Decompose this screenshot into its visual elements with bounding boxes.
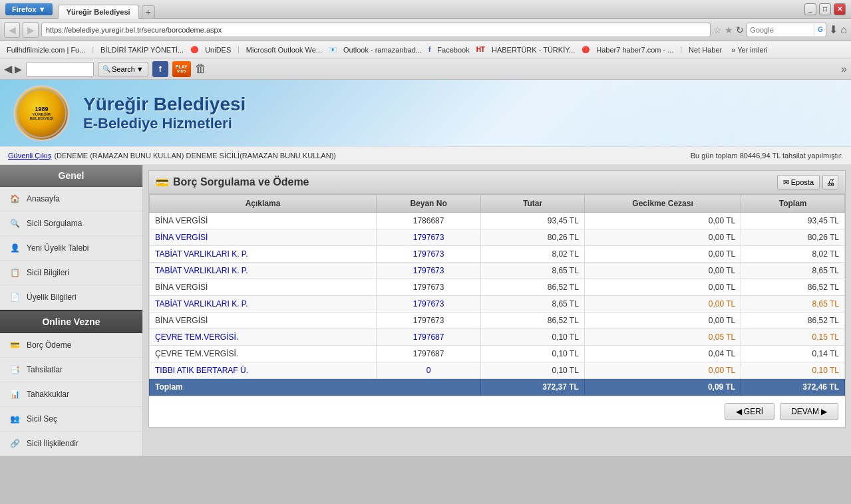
borc-icon: 💳 (156, 176, 169, 189)
home-icon: 🏠 (8, 192, 21, 205)
col-header-aciklama: Açıklama (150, 195, 377, 213)
table-row: TABİAT VARLIKLARI K. P. 1797673 8,65 TL … (150, 296, 845, 313)
bookmark-more[interactable]: » Yer imleri (729, 45, 770, 55)
cell-toplam: 0,10 TL (741, 362, 845, 379)
cell-aciklama[interactable]: TABİAT VARLIKLARI K. P. (150, 263, 377, 279)
bookmark-haber7[interactable]: Haber7 haber7.com - ... (594, 45, 676, 55)
bm-h7-icon: 🔴 (582, 46, 590, 53)
total-label: Toplam (150, 379, 481, 396)
cell-toplam: 0,14 TL (741, 346, 845, 362)
browser-titlebar: Firefox ▼ Yüreğir Belediyesi + _ □ ✕ (0, 0, 851, 19)
playvids-toolbar-icon[interactable]: PLAY VIDS (172, 61, 191, 77)
bookmark-unides[interactable]: UniDES (202, 45, 234, 55)
cell-gecikme: 0,00 TL (584, 213, 741, 229)
panel-print-button[interactable]: 🖨 (822, 175, 838, 189)
bookmark-fullhd[interactable]: Fullhdfilmizle.com | Fu... (4, 45, 88, 55)
cell-aciklama[interactable]: ÇEVRE TEM.VERGİSİ. (150, 329, 377, 346)
cell-beyan[interactable]: 1797673 (377, 246, 481, 263)
back-button[interactable]: ◀ (4, 22, 20, 38)
delete-toolbar-icon[interactable]: 🗑 (195, 62, 207, 76)
cell-aciklama[interactable]: TABİAT VARLIKLARI K. P. (150, 246, 377, 263)
cell-beyan[interactable]: 1797673 (377, 263, 481, 279)
toolbar-back-icon[interactable]: ◀ (4, 63, 12, 75)
toolbar-bar: ◀ ▶ 🔍 Search ▼ f PLAY VIDS 🗑 » (0, 59, 851, 80)
toolbar-expand-icon[interactable]: » (841, 63, 847, 75)
eposta-button[interactable]: ✉ Eposta (777, 175, 820, 189)
cell-tutar: 0,10 TL (481, 346, 585, 362)
cloud-background (585, 80, 851, 146)
toolbar-forward-icon[interactable]: ▶ (15, 64, 22, 74)
sidebar-item-borc-odeme[interactable]: 💳 Borç Ödeme (0, 333, 142, 358)
sidebar-item-sicil-iliskilendir[interactable]: 🔗 Sicil İlişkilendir (0, 432, 142, 456)
minimize-button[interactable]: _ (804, 3, 816, 15)
cell-aciklama: BİNA VERGİSİ (150, 313, 377, 329)
cell-beyan[interactable]: 0 (377, 362, 481, 379)
bookmarks-bar: Fullhdfilmizle.com | Fu... | BİLDİRİ TAK… (0, 41, 851, 59)
sidebar-item-anasayfa[interactable]: 🏠 Anasayfa (0, 187, 142, 211)
cell-toplam: 8,65 TL (741, 296, 845, 313)
download-button[interactable]: ⬇ (829, 23, 838, 36)
google-search-input[interactable] (747, 26, 814, 34)
firefox-menu-button[interactable]: Firefox ▼ (5, 3, 53, 15)
sidebar-item-tahakkuklar[interactable]: 📊 Tahakkuklar (0, 382, 142, 407)
google-search-icon[interactable]: G (814, 24, 826, 36)
cell-toplam: 8,02 TL (741, 246, 845, 263)
bookmark-netnaber[interactable]: Net Haber (686, 45, 725, 55)
navigation-bar: ◀ ▶ ☆ ★ ↻ G ⬇ ⌂ (0, 19, 851, 41)
cell-tutar: 0,10 TL (481, 362, 585, 379)
total-gecikme: 0,09 TL (584, 379, 741, 396)
cell-gecikme: 0,04 TL (584, 346, 741, 362)
col-header-gecikme: Gecikme Cezası (584, 195, 741, 213)
address-bar[interactable] (41, 23, 711, 37)
cell-gecikme: 0,00 TL (584, 229, 741, 246)
close-button[interactable]: ✕ (834, 3, 846, 15)
sidebar-item-yeni-uyelik[interactable]: 👤 Yeni Üyelik Talebi (0, 236, 142, 261)
receipt-icon: 📑 (8, 363, 21, 376)
cell-gecikme: 0,00 TL (584, 313, 741, 329)
forward-button[interactable]: ▶ (23, 22, 39, 38)
bookmark-outlook-web[interactable]: Microsoft Outlook We... (244, 45, 325, 55)
bookmark-facebook[interactable]: Facebook (434, 45, 472, 55)
tab-bar: Yüreğir Belediyesi + (58, 0, 155, 19)
cell-beyan: 1797673 (377, 313, 481, 329)
cell-beyan[interactable]: 1797673 (377, 229, 481, 246)
panel-actions: ✉ Eposta 🖨 (777, 175, 838, 189)
cell-tutar: 8,02 TL (481, 246, 585, 263)
facebook-toolbar-icon[interactable]: f (152, 61, 168, 77)
table-row: TIBBI ATIK BERTARAF Ü. 0 0,10 TL 0,00 TL… (150, 362, 845, 379)
user-info-text: (DENEME (RAMAZAN BUNU KULLAN) DENEME SİC… (54, 152, 336, 160)
maximize-button[interactable]: □ (819, 3, 831, 15)
search-button[interactable]: 🔍 Search ▼ (98, 62, 148, 76)
cell-aciklama[interactable]: TIBBI ATIK BERTARAF Ü. (150, 362, 377, 379)
bookmark-outlook[interactable]: Outlook - ramazanbad... (341, 45, 425, 55)
guvenli-cikis-link[interactable]: Güvenli Çıkış (8, 152, 51, 160)
cell-aciklama[interactable]: BİNA VERGİSİ (150, 229, 377, 246)
sidebar-item-sicil-bilgileri[interactable]: 📋 Sicil Bilgileri (0, 261, 142, 285)
cell-beyan[interactable]: 1797673 (377, 296, 481, 313)
sidebar-item-sicil-sorgulama[interactable]: 🔍 Sicil Sorgulama (0, 211, 142, 236)
cell-beyan[interactable]: 1797687 (377, 329, 481, 346)
bookmark-haberturk[interactable]: HABERTÜRK - TÜRKİY... (489, 45, 578, 55)
sidebar-item-uyelik-bilgileri[interactable]: 📄 Üyelik Bilgileri (0, 285, 142, 310)
active-tab[interactable]: Yüreğir Belediyesi (58, 5, 139, 19)
home-button[interactable]: ⌂ (840, 24, 847, 36)
bookmark-bildiri[interactable]: BİLDİRİ TAKİP YÖNETİ... (98, 45, 186, 55)
search-icon: 🔍 (8, 217, 21, 230)
table-row: BİNA VERGİSİ 1797673 86,52 TL 0,00 TL 86… (150, 279, 845, 296)
status-bar: Güvenli Çıkış (DENEME (RAMAZAN BUNU KULL… (0, 146, 851, 165)
window-controls: _ □ ✕ (804, 3, 846, 15)
new-tab-button[interactable]: + (142, 5, 155, 19)
total-row: Toplam 372,37 TL 0,09 TL 372,46 TL (150, 379, 845, 396)
devam-button[interactable]: DEVAM ▶ (780, 403, 838, 420)
sidebar-item-sicil-sec[interactable]: 👥 Sicil Seç (0, 407, 142, 432)
refresh-button[interactable]: ↻ (736, 25, 744, 35)
cell-toplam: 86,52 TL (741, 279, 845, 296)
sidebar-section-genel: Genel (0, 165, 142, 187)
bookmark-star2-icon[interactable]: ★ (725, 25, 733, 35)
toolbar-search-input[interactable] (27, 65, 93, 73)
sidebar-item-tahsilatlar[interactable]: 📑 Tahsilatlar (0, 358, 142, 382)
bookmark-star-icon[interactable]: ☆ (713, 25, 722, 35)
cell-aciklama[interactable]: TABİAT VARLIKLARI K. P. (150, 296, 377, 313)
geri-button[interactable]: ◀ GERİ (725, 403, 774, 420)
cell-toplam: 80,26 TL (741, 229, 845, 246)
